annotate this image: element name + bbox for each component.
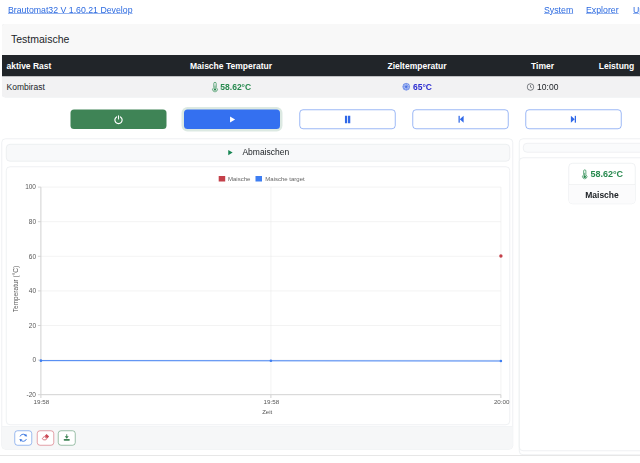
svg-text:Maische: Maische — [228, 176, 251, 182]
svg-text:Zeit: Zeit — [262, 409, 272, 415]
svg-text:-20: -20 — [26, 391, 36, 398]
svg-text:0: 0 — [32, 356, 36, 363]
svg-text:Maische target: Maische target — [265, 176, 305, 182]
svg-text:Temperatur (°C): Temperatur (°C) — [12, 266, 20, 312]
svg-text:40: 40 — [29, 287, 37, 294]
svg-text:100: 100 — [25, 183, 36, 190]
svg-text:80: 80 — [29, 218, 37, 225]
svg-text:19:58: 19:58 — [263, 398, 279, 405]
svg-text:20: 20 — [29, 322, 37, 329]
svg-text:20:00: 20:00 — [494, 398, 510, 405]
svg-text:60: 60 — [29, 252, 37, 259]
svg-text:19:58: 19:58 — [33, 398, 49, 405]
